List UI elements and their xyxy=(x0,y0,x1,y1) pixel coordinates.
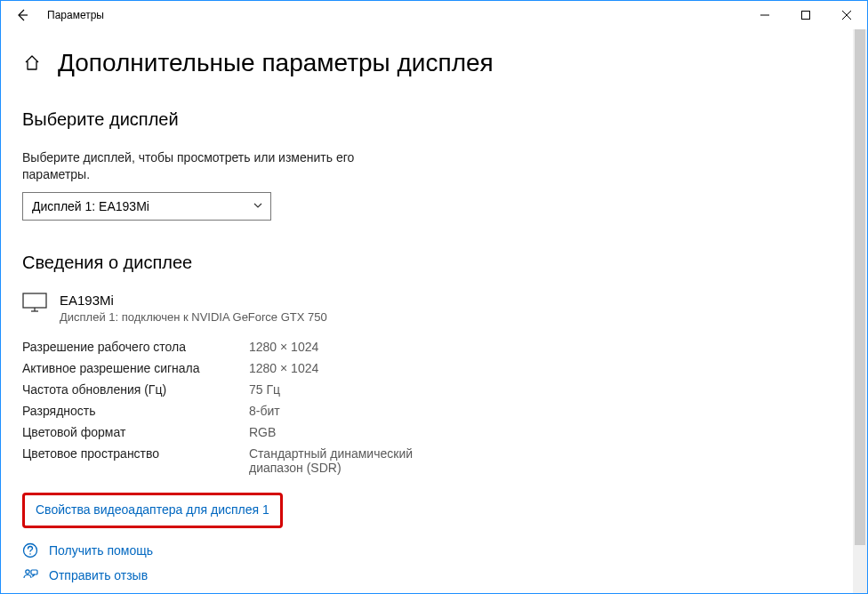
monitor-summary: EA193Mi Дисплей 1: подключен к NVIDIA Ge… xyxy=(22,293,832,324)
display-info-table: Разрешение рабочего стола1280 × 1024 Акт… xyxy=(22,336,832,478)
monitor-connection: Дисплей 1: подключен к NVIDIA GeForce GT… xyxy=(60,310,327,324)
table-row: Разрядность8-бит xyxy=(22,400,832,421)
table-row: Разрешение рабочего стола1280 × 1024 xyxy=(22,336,832,357)
table-row: Цветовое пространствоСтандартный динамич… xyxy=(22,443,832,478)
monitor-icon xyxy=(22,293,47,312)
get-help-link[interactable]: Получить помощь xyxy=(49,543,153,558)
display-select-dropdown[interactable]: Дисплей 1: EA193Mi xyxy=(22,192,271,221)
maximize-button[interactable] xyxy=(785,1,826,29)
select-display-description: Выберите дисплей, чтобы просмотреть или … xyxy=(22,149,396,183)
scrollbar-thumb[interactable] xyxy=(855,29,865,545)
monitor-name: EA193Mi xyxy=(60,293,327,308)
table-row: Частота обновления (Гц)75 Гц xyxy=(22,379,832,400)
feedback-icon xyxy=(22,567,38,583)
dropdown-value: Дисплей 1: EA193Mi xyxy=(32,199,149,213)
svg-point-10 xyxy=(26,570,29,574)
chevron-down-icon xyxy=(253,199,263,213)
feedback-row: Отправить отзыв xyxy=(22,567,832,583)
window-title: Параметры xyxy=(47,9,104,21)
help-icon xyxy=(22,542,38,558)
feedback-link[interactable]: Отправить отзыв xyxy=(49,568,148,582)
table-row: Активное разрешение сигнала1280 × 1024 xyxy=(22,357,832,379)
table-row: Цветовой форматRGB xyxy=(22,421,832,443)
section-select-display: Выберите дисплей xyxy=(22,109,832,130)
close-button[interactable] xyxy=(826,1,867,29)
adapter-properties-link[interactable]: Свойства видеоадаптера для дисплея 1 xyxy=(36,502,269,517)
content-area: Дополнительные параметры дисплея Выберит… xyxy=(1,29,853,593)
back-button[interactable] xyxy=(8,1,36,29)
svg-rect-5 xyxy=(23,293,46,308)
svg-rect-2 xyxy=(802,12,810,20)
svg-rect-11 xyxy=(31,570,37,574)
adapter-properties-highlight: Свойства видеоадаптера для дисплея 1 xyxy=(22,493,283,528)
scrollbar[interactable] xyxy=(853,29,867,593)
get-help-row: Получить помощь xyxy=(22,542,832,558)
svg-point-9 xyxy=(29,553,31,555)
home-button[interactable] xyxy=(22,53,42,73)
section-display-info: Сведения о дисплее xyxy=(22,253,832,273)
minimize-button[interactable] xyxy=(744,1,785,29)
titlebar: Параметры xyxy=(1,1,867,29)
page-title: Дополнительные параметры дисплея xyxy=(58,49,494,77)
